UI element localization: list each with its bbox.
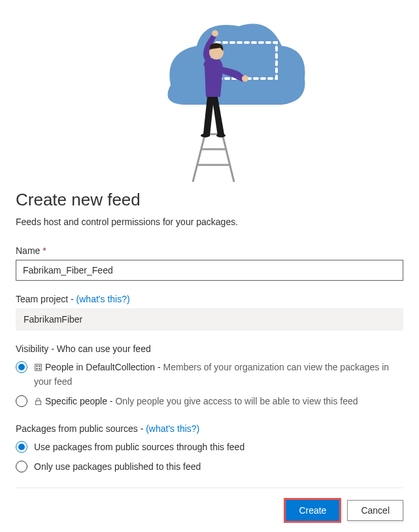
page-subtitle: Feeds host and control permissions for y… <box>16 217 403 227</box>
radio-icon <box>16 395 27 407</box>
packages-option-label: Use packages from public sources through… <box>34 440 403 453</box>
option-desc-text: Only people you give access to will be a… <box>115 396 358 406</box>
required-indicator: * <box>42 245 46 256</box>
visibility-label: Visibility - Who can use your feed <box>16 344 403 354</box>
name-label-text: Name <box>16 245 40 256</box>
radio-icon <box>16 461 27 472</box>
create-button[interactable]: Create <box>286 500 339 521</box>
svg-rect-12 <box>36 365 37 366</box>
visibility-option-collection[interactable]: People in DefaultCollection - Members of… <box>16 361 403 388</box>
cancel-button[interactable]: Cancel <box>347 500 403 521</box>
packages-label: Packages from public sources - (what's t… <box>16 423 403 434</box>
visibility-group: Visibility - Who can use your feed Peopl… <box>16 344 403 409</box>
name-input[interactable] <box>16 260 403 281</box>
svg-rect-15 <box>39 368 40 369</box>
visibility-option-specific[interactable]: Specific people - Only people you give a… <box>16 395 403 409</box>
packages-help-link[interactable]: (what's this?) <box>146 423 199 434</box>
name-label: Name * <box>16 245 403 256</box>
option-strong-text: Specific people - <box>45 396 115 406</box>
radio-icon <box>16 441 27 453</box>
svg-rect-13 <box>39 365 40 366</box>
visibility-option-label: Specific people - Only people you give a… <box>34 395 403 409</box>
packages-option-private[interactable]: Only use packages published to this feed <box>16 460 403 473</box>
svg-rect-11 <box>35 364 42 371</box>
svg-point-10 <box>216 133 226 137</box>
radio-icon <box>16 361 27 373</box>
team-project-group: Team project - (what's this?) FabrikamFi… <box>16 294 403 330</box>
hero-illustration <box>0 0 419 182</box>
packages-option-public[interactable]: Use packages from public sources through… <box>16 440 403 453</box>
packages-option-label: Only use packages published to this feed <box>34 460 403 473</box>
organization-icon <box>34 362 42 375</box>
team-project-readonly: FabrikamFiber <box>16 308 403 330</box>
lock-icon <box>34 396 42 409</box>
svg-rect-14 <box>36 368 37 369</box>
packages-label-text: Packages from public sources - <box>16 423 146 434</box>
visibility-option-label: People in DefaultCollection - Members of… <box>34 361 403 388</box>
svg-point-7 <box>242 75 248 82</box>
page-title: Create new feed <box>16 190 403 210</box>
packages-group: Packages from public sources - (what's t… <box>16 423 403 473</box>
name-field-group: Name * <box>16 245 403 281</box>
svg-point-6 <box>212 30 218 37</box>
team-project-label: Team project - (what's this?) <box>16 294 403 304</box>
dialog-footer: Create Cancel <box>16 488 403 521</box>
team-project-label-text: Team project - <box>16 294 76 304</box>
option-strong-text: People in DefaultCollection - <box>45 362 163 372</box>
svg-rect-16 <box>35 401 41 405</box>
svg-point-9 <box>201 133 210 137</box>
team-project-help-link[interactable]: (what's this?) <box>76 294 130 304</box>
